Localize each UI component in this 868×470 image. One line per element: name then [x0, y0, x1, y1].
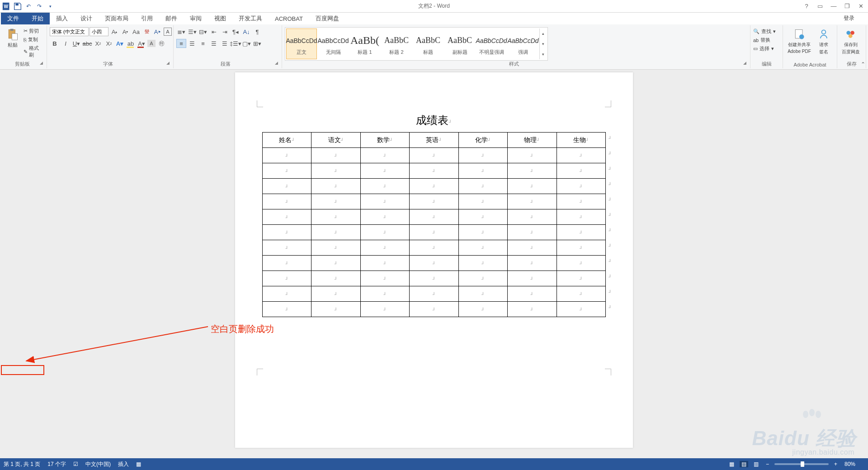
- table-cell[interactable]: ┘: [263, 163, 311, 179]
- grow-font-icon[interactable]: A▴: [109, 27, 119, 36]
- status-proof-icon[interactable]: ☑: [73, 461, 78, 467]
- align-left-icon[interactable]: ≡: [176, 39, 186, 48]
- shading-icon[interactable]: ▢▾: [241, 39, 251, 48]
- table-cell[interactable]: ┘: [263, 179, 311, 194]
- table-cell[interactable]: ┘┘: [557, 240, 605, 256]
- char-shading-icon[interactable]: A: [147, 40, 156, 47]
- login-link[interactable]: 登录: [844, 14, 854, 22]
- table-cell[interactable]: ┘┘: [557, 302, 605, 317]
- table-cell[interactable]: ┘: [311, 148, 360, 163]
- table-cell[interactable]: ┘: [458, 271, 507, 286]
- table-cell[interactable]: ┘: [360, 179, 409, 194]
- dialog-launcher-icon[interactable]: ◢: [40, 61, 43, 65]
- ribbon-options-icon[interactable]: ▭: [815, 3, 826, 9]
- shrink-font-icon[interactable]: A▾: [120, 27, 130, 36]
- table-cell[interactable]: ┘: [410, 179, 458, 194]
- tab-review[interactable]: 审阅: [184, 13, 208, 24]
- create-pdf-button[interactable]: 创建并共享 Adobe PDF: [786, 27, 813, 55]
- zoom-level[interactable]: 80%: [843, 461, 857, 467]
- tab-developer[interactable]: 开发工具: [232, 13, 269, 24]
- dialog-launcher-icon[interactable]: ◢: [275, 61, 278, 65]
- char-border-icon[interactable]: A: [164, 28, 172, 36]
- qat-more-icon[interactable]: ▾: [45, 1, 55, 11]
- paste-button[interactable]: 粘贴: [5, 27, 21, 49]
- table-cell[interactable]: ┘: [311, 163, 360, 179]
- superscript-icon[interactable]: X2: [104, 39, 114, 48]
- styles-gallery[interactable]: AaBbCcDd正文AaBbCcDd无间隔AaBb(标题 1AaBbC标题 2A…: [285, 27, 548, 61]
- table-cell[interactable]: ┘: [311, 240, 360, 256]
- distribute-icon[interactable]: ☰: [220, 39, 230, 48]
- table-cell[interactable]: ┘: [311, 256, 360, 271]
- status-macro-icon[interactable]: ▦: [136, 461, 141, 467]
- grade-table[interactable]: 姓名┘语文┘数学┘英语┘化学┘物理┘生物┘┘┘┘┘┘┘┘┘┘┘┘┘┘┘┘┘┘┘┘…: [262, 132, 606, 317]
- table-cell[interactable]: ┘: [508, 256, 557, 271]
- sort-icon[interactable]: A↓: [241, 27, 251, 36]
- table-cell[interactable]: ┘: [508, 209, 557, 225]
- font-name-combo[interactable]: 宋体 (中文正文: [50, 27, 89, 36]
- status-language[interactable]: 中文(中国): [85, 461, 111, 468]
- tab-home[interactable]: 开始: [25, 13, 50, 24]
- table-cell[interactable]: ┘: [458, 194, 507, 209]
- style-item[interactable]: AaBbCcDd无间隔: [318, 28, 349, 59]
- style-item[interactable]: AaBbC标题 2: [381, 28, 412, 59]
- table-cell[interactable]: ┘: [508, 240, 557, 256]
- gallery-more[interactable]: ▴▾▾: [539, 28, 547, 59]
- show-marks-icon[interactable]: ¶: [252, 27, 262, 36]
- underline-icon[interactable]: U▾: [71, 39, 81, 48]
- numbering-icon[interactable]: ☰▾: [187, 27, 197, 36]
- table-cell[interactable]: ┘: [410, 225, 458, 240]
- tab-layout[interactable]: 页面布局: [99, 13, 135, 24]
- multilevel-icon[interactable]: ⊟▾: [198, 27, 208, 36]
- borders-icon[interactable]: ⊞▾: [252, 39, 262, 48]
- table-cell[interactable]: ┘: [360, 194, 409, 209]
- subscript-icon[interactable]: X2: [93, 39, 103, 48]
- minimize-icon[interactable]: —: [828, 3, 839, 9]
- table-header[interactable]: 化学┘: [458, 133, 507, 148]
- table-cell[interactable]: ┘: [360, 286, 409, 302]
- table-cell[interactable]: ┘: [263, 271, 311, 286]
- table-cell[interactable]: ┘: [360, 163, 409, 179]
- close-icon[interactable]: ✕: [855, 3, 866, 9]
- dialog-launcher-icon[interactable]: ◢: [166, 61, 170, 65]
- enclose-char-icon[interactable]: ㊕: [156, 39, 166, 48]
- align-center-icon[interactable]: ☰: [187, 39, 197, 48]
- table-cell[interactable]: ┘: [458, 240, 507, 256]
- table-header[interactable]: 物理┘: [508, 133, 557, 148]
- style-item[interactable]: AaBbC副标题: [444, 28, 475, 59]
- table-cell[interactable]: ┘┘: [557, 179, 605, 194]
- table-cell[interactable]: ┘: [360, 148, 409, 163]
- table-cell[interactable]: ┘: [410, 240, 458, 256]
- table-cell[interactable]: ┘: [458, 225, 507, 240]
- restore-icon[interactable]: ❐: [842, 3, 853, 9]
- save-baidu-button[interactable]: 保存到 百度网盘: [840, 27, 862, 56]
- tab-design[interactable]: 设计: [74, 13, 99, 24]
- cut-button[interactable]: ✂剪切: [23, 27, 44, 35]
- table-cell[interactable]: ┘: [263, 209, 311, 225]
- zoom-in-icon[interactable]: +: [832, 461, 839, 467]
- table-cell[interactable]: ┘: [508, 302, 557, 317]
- clear-format-icon[interactable]: A‣: [153, 27, 163, 36]
- find-button[interactable]: 🔍查找▾: [753, 28, 776, 35]
- table-cell[interactable]: ┘: [360, 240, 409, 256]
- table-cell[interactable]: ┘: [410, 271, 458, 286]
- table-cell[interactable]: ┘: [410, 194, 458, 209]
- copy-button[interactable]: ⎘复制: [23, 36, 44, 43]
- status-words[interactable]: 17 个字: [47, 461, 66, 468]
- tab-view[interactable]: 视图: [208, 13, 232, 24]
- table-cell[interactable]: ┘: [410, 286, 458, 302]
- table-header[interactable]: 数学┘: [360, 133, 409, 148]
- table-cell[interactable]: ┘: [458, 302, 507, 317]
- style-item[interactable]: AaBbCcDd不明显强调: [476, 28, 507, 59]
- table-cell[interactable]: ┘: [263, 256, 311, 271]
- table-cell[interactable]: ┘: [410, 256, 458, 271]
- table-cell[interactable]: ┘: [458, 256, 507, 271]
- dialog-launcher-icon[interactable]: ◢: [743, 61, 746, 65]
- style-item[interactable]: AaBbC标题: [413, 28, 443, 59]
- table-cell[interactable]: ┘: [410, 209, 458, 225]
- tab-references[interactable]: 引用: [135, 13, 159, 24]
- table-cell[interactable]: ┘┘: [557, 256, 605, 271]
- tab-insert[interactable]: 插入: [50, 13, 74, 24]
- zoom-out-icon[interactable]: −: [764, 461, 771, 467]
- request-sign-button[interactable]: 请求 签名: [815, 27, 833, 56]
- table-cell[interactable]: ┘: [508, 163, 557, 179]
